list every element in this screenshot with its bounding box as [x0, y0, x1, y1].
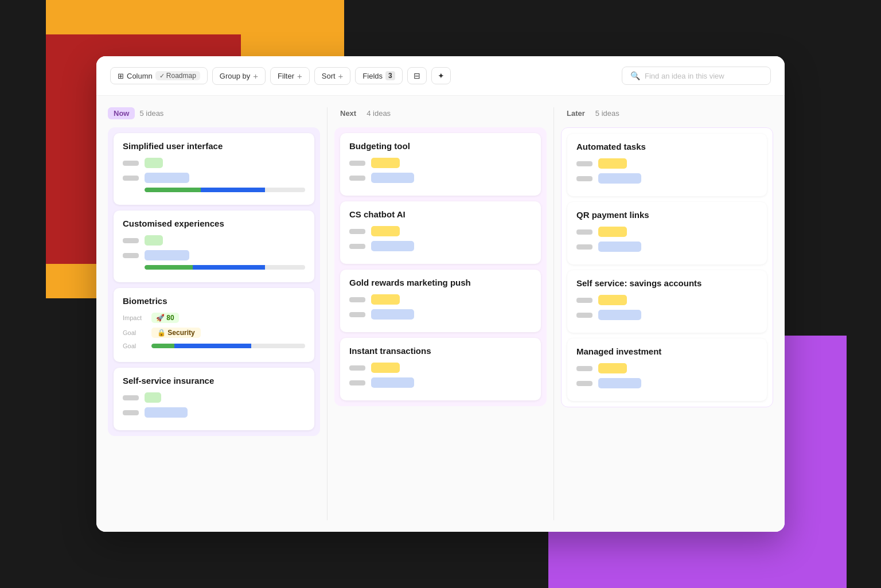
- ai-button[interactable]: ✦: [431, 67, 451, 84]
- field-pill-gray: [349, 297, 365, 302]
- field-pill-yellow: [598, 363, 627, 373]
- card-field-2: [576, 242, 758, 252]
- field-pill-gray: [349, 161, 365, 166]
- field-pill-gray: [349, 365, 365, 371]
- card-field-2: [349, 377, 532, 388]
- field-pill-gray: [349, 229, 365, 234]
- field-pill-yellow: [598, 227, 627, 237]
- field-pill-blue: [371, 309, 414, 320]
- card-field-1: [349, 226, 532, 236]
- fields-label: Fields: [362, 72, 383, 80]
- card-title: Gold rewards marketing push: [349, 278, 532, 287]
- card-title: Biometrics: [123, 296, 305, 306]
- column-header-later: Later5 ideas: [561, 107, 773, 119]
- list-item[interactable]: Simplified user interface: [114, 133, 314, 205]
- main-card: ⊞ Column ✓ Roadmap Group by + Filter + S…: [96, 56, 785, 532]
- progress-track: [145, 265, 305, 270]
- field-pill-gray: [123, 176, 139, 181]
- card-title: Customised experiences: [123, 219, 305, 228]
- column-bg-later: Automated tasks QR payment links Self se…: [561, 127, 773, 407]
- field-pill-gray: [576, 229, 592, 235]
- card-title: Automated tasks: [576, 142, 758, 151]
- rocket-badge: 🚀 80: [151, 313, 179, 323]
- card-field-1: [123, 158, 305, 168]
- field-pill-blue: [145, 250, 189, 260]
- column-icon: ⊞: [118, 72, 124, 80]
- column-later: Later5 ideasAutomated tasks QR payment l…: [556, 107, 773, 520]
- column-header-next: Next4 ideas: [334, 107, 547, 119]
- column-bg-now: Simplified user interface Customised exp…: [108, 127, 320, 436]
- list-item[interactable]: BiometricsImpact🚀 80Goal🔒 SecurityGoal: [114, 288, 314, 362]
- card-title: CS chatbot AI: [349, 209, 532, 219]
- card-field-2: [123, 250, 305, 260]
- sort-plus: +: [338, 71, 344, 81]
- sort-button[interactable]: Sort +: [314, 67, 351, 85]
- field-pill-gray: [123, 161, 139, 166]
- field-pill-blue: [598, 310, 641, 320]
- view-toggle-button[interactable]: ⊟: [407, 67, 427, 84]
- card-title: Managed investment: [576, 346, 758, 356]
- search-icon: 🔍: [630, 71, 640, 80]
- field-pill-blue: [598, 242, 641, 252]
- list-item[interactable]: Automated tasks: [567, 134, 767, 196]
- field-pill-blue: [371, 241, 414, 251]
- groupby-plus: +: [253, 71, 258, 81]
- field-pill-green: [145, 235, 163, 246]
- list-item[interactable]: CS chatbot AI: [340, 201, 541, 264]
- field-pill-yellow: [371, 158, 400, 168]
- card-field-1: [123, 235, 305, 246]
- progress-track: [151, 344, 305, 348]
- card-field-1: [576, 158, 758, 169]
- column-badge-now: Now: [108, 107, 135, 119]
- column-count-later: 5 ideas: [595, 109, 619, 118]
- progress-row: [123, 188, 305, 192]
- card-title: Instant transactions: [349, 346, 532, 356]
- list-item[interactable]: QR payment links: [567, 202, 767, 264]
- field-pill-yellow: [371, 294, 400, 305]
- card-field-2: [349, 173, 532, 183]
- card-field-1: [576, 227, 758, 237]
- search-box[interactable]: 🔍 Find an idea in this view: [622, 67, 771, 85]
- filter-button[interactable]: Filter +: [270, 67, 310, 85]
- card-field-1: [349, 294, 532, 305]
- security-badge: 🔒 Security: [151, 328, 201, 338]
- filter-plus: +: [297, 71, 302, 81]
- field-pill-green: [145, 392, 161, 403]
- toolbar: ⊞ Column ✓ Roadmap Group by + Filter + S…: [96, 56, 785, 96]
- progress-row: [123, 265, 305, 270]
- field-pill-gray: [576, 381, 592, 386]
- field-pill-blue: [145, 407, 188, 418]
- list-item[interactable]: Managed investment: [567, 338, 767, 401]
- impact-row: Impact🚀 80: [123, 313, 305, 323]
- card-title: Simplified user interface: [123, 141, 305, 151]
- field-pill-gray: [123, 395, 139, 400]
- field-pill-gray: [123, 410, 139, 415]
- card-field-1: [349, 158, 532, 168]
- list-item[interactable]: Customised experiences: [114, 211, 314, 282]
- field-pill-gray: [349, 244, 365, 249]
- card-field-2: [576, 378, 758, 388]
- goal-progress-row: Goal: [123, 342, 305, 349]
- groupby-label: Group by: [220, 72, 250, 80]
- groupby-button[interactable]: Group by +: [212, 67, 266, 85]
- list-item[interactable]: Self service: savings accounts: [567, 270, 767, 333]
- column-badge-later: Later: [561, 107, 591, 119]
- column-count-next: 4 ideas: [367, 109, 391, 118]
- field-pill-gray: [349, 380, 365, 385]
- field-pill-gray: [123, 238, 139, 243]
- card-field-2: [576, 310, 758, 320]
- list-item[interactable]: Budgeting tool: [340, 133, 541, 196]
- fields-count-badge: 3: [385, 71, 395, 80]
- fields-button[interactable]: Fields 3: [355, 67, 402, 84]
- column-header-now: Now5 ideas: [108, 107, 320, 119]
- sort-label: Sort: [322, 72, 336, 80]
- grid-icon: ⊟: [414, 71, 420, 80]
- column-button[interactable]: ⊞ Column ✓ Roadmap: [110, 67, 208, 84]
- list-item[interactable]: Gold rewards marketing push: [340, 270, 541, 332]
- list-item[interactable]: Self-service insurance: [114, 368, 314, 430]
- list-item[interactable]: Instant transactions: [340, 338, 541, 400]
- column-divider: [327, 107, 328, 520]
- field-pill-blue: [598, 173, 641, 184]
- field-pill-yellow: [598, 158, 627, 169]
- field-pill-yellow: [371, 226, 400, 236]
